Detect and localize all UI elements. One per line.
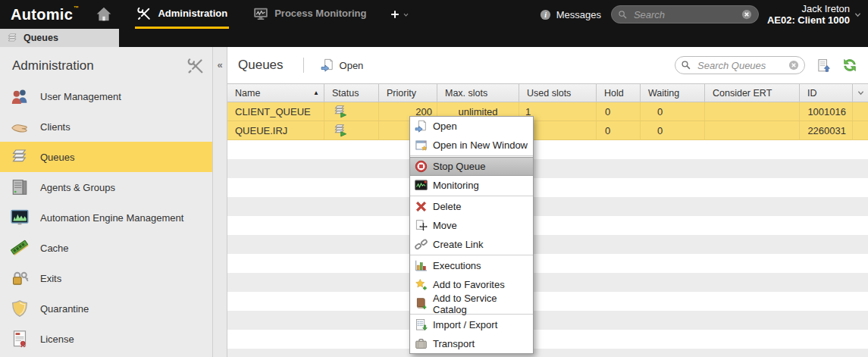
menu-item-label: Open in New Window <box>433 139 528 151</box>
sidebar-item-license[interactable]: License <box>0 324 212 354</box>
sidebar-item-user-management[interactable]: User Management <box>0 81 212 111</box>
menu-item-stop-queue[interactable]: Stop Queue <box>410 157 533 176</box>
column-header-id[interactable]: ID <box>800 84 853 102</box>
sidebar-item-agents-groups[interactable]: Agents & Groups <box>0 172 212 202</box>
cell-waiting: 0 <box>641 102 705 121</box>
empty-row <box>227 254 868 273</box>
menu-item-label: Open <box>433 121 457 132</box>
sidebar-item-queues[interactable]: Queues <box>0 142 212 172</box>
menu-item-import-export[interactable]: Import / Export <box>410 315 533 334</box>
table-row[interactable]: CLIENT_QUEUE 200 unlimited 1 0 0 1001016 <box>227 102 868 121</box>
column-header-name[interactable]: Name ▲ <box>227 84 324 102</box>
menu-item-executions[interactable]: Executions <box>410 256 533 275</box>
column-header-used-slots[interactable]: Used slots <box>519 84 597 102</box>
nav-label: Administration <box>158 8 227 19</box>
nav-tab-administration[interactable]: Administration <box>135 0 229 29</box>
cell-id: 1001016 <box>800 102 853 121</box>
tab-queues[interactable]: Queues <box>0 29 119 47</box>
monitoring-icon <box>415 179 428 192</box>
sidebar-item-cache[interactable]: Cache <box>0 233 212 263</box>
column-header-consider-ert[interactable]: Consider ERT <box>705 84 800 102</box>
toolbar-divider <box>303 58 304 73</box>
table-row[interactable]: QUEUE.IRJ 200 0 0 2260031 <box>227 121 868 140</box>
empty-row <box>227 349 868 357</box>
sidebar-item-clients[interactable]: Clients <box>0 111 212 142</box>
sidebar-item-exits[interactable]: Exits <box>0 263 212 293</box>
column-label: ID <box>807 84 817 102</box>
clear-search-icon[interactable] <box>788 60 799 70</box>
menu-item-add-to-favorites[interactable]: Add to Favorites <box>410 275 533 294</box>
menu-separator <box>410 196 533 196</box>
sidebar-item-label: User Management <box>40 91 121 102</box>
add-perspective-button[interactable] <box>390 0 409 29</box>
queues-search-input[interactable] <box>696 59 784 72</box>
sidebar-collapse-button[interactable]: « <box>213 47 227 357</box>
home-button[interactable] <box>96 0 112 29</box>
empty-row <box>227 235 868 254</box>
column-header-max-slots[interactable]: Max. slots <box>437 84 519 102</box>
sidebar-item-label: Exits <box>40 273 61 284</box>
sidebar-title: Administration <box>12 58 94 74</box>
empty-row <box>227 292 868 311</box>
sidebar-item-label: Automation Engine Management <box>40 212 183 224</box>
export-icon[interactable] <box>816 58 831 73</box>
search-icon <box>618 10 628 20</box>
open-new-window-icon <box>415 139 428 152</box>
nav-tab-process-monitoring[interactable]: Process Monitoring <box>252 0 368 29</box>
menu-item-create-link[interactable]: Create Link <box>410 235 533 254</box>
sidebar-item-label: Cache <box>40 243 69 254</box>
server-icon <box>11 178 29 196</box>
column-header-waiting[interactable]: Waiting <box>641 84 705 102</box>
menu-item-label: Add to Favorites <box>433 279 505 290</box>
import-export-icon <box>415 318 428 331</box>
column-header-status[interactable]: Status <box>324 84 379 102</box>
menu-item-open-in-new-window[interactable]: Open in New Window <box>410 136 533 155</box>
column-label: Priority <box>387 84 416 102</box>
top-bar: Automic™ Administration Process Monitori… <box>0 0 868 29</box>
column-header-hold[interactable]: Hold <box>597 84 641 102</box>
home-icon <box>96 6 112 23</box>
sidebar-item-quarantine[interactable]: Quarantine <box>0 293 212 324</box>
column-options-button[interactable] <box>853 84 868 102</box>
clear-search-icon[interactable] <box>741 9 752 20</box>
shield-icon <box>11 299 29 318</box>
menu-item-add-to-service-catalog[interactable]: Add to Service Catalog <box>410 294 533 313</box>
column-header-priority[interactable]: Priority <box>379 84 437 102</box>
cell-name: QUEUE.IRJ <box>227 121 324 140</box>
user-client: AE02: Client 1000 <box>767 14 850 26</box>
menu-item-open[interactable]: Open <box>410 117 533 136</box>
sidebar-item-automation-engine-management[interactable]: Automation Engine Management <box>0 202 212 233</box>
empty-row <box>227 216 868 235</box>
lock-key-icon <box>11 269 29 287</box>
menu-item-move[interactable]: Move <box>410 216 533 235</box>
hand-icon <box>11 117 29 136</box>
menu-item-transport[interactable]: Transport <box>410 334 533 353</box>
refresh-icon[interactable] <box>842 58 857 73</box>
menu-separator <box>410 255 533 255</box>
document-tab-row: Queues <box>0 29 868 47</box>
menu-item-delete[interactable]: Delete <box>410 197 533 216</box>
chevron-down-icon <box>403 11 409 18</box>
open-button-label: Open <box>340 60 364 71</box>
sidebar-item-label: Agents & Groups <box>40 182 115 193</box>
user-menu[interactable]: Jack Ireton AE02: Client 1000 <box>767 3 862 26</box>
open-button[interactable]: Open <box>321 58 364 72</box>
global-search-input[interactable] <box>632 8 737 21</box>
column-label: Consider ERT <box>713 84 772 102</box>
queue-stack-icon <box>7 33 18 44</box>
monitor-graph-icon <box>11 208 29 227</box>
tools-icon[interactable] <box>186 57 205 75</box>
stop-icon <box>415 160 428 173</box>
empty-row <box>227 140 868 159</box>
menu-item-label: Transport <box>433 338 475 349</box>
cell-consider-ert <box>705 121 800 140</box>
messages-button[interactable]: Messages <box>540 9 601 20</box>
plus-icon <box>390 9 400 20</box>
menu-item-label: Monitoring <box>433 180 479 191</box>
cell-waiting: 0 <box>641 121 705 140</box>
queues-toolbar: Queues Open <box>227 47 868 83</box>
global-search-box <box>611 5 759 23</box>
tab-label: Queues <box>24 33 58 43</box>
menu-item-monitoring[interactable]: Monitoring <box>410 176 533 195</box>
sort-ascending-icon: ▲ <box>313 84 319 102</box>
